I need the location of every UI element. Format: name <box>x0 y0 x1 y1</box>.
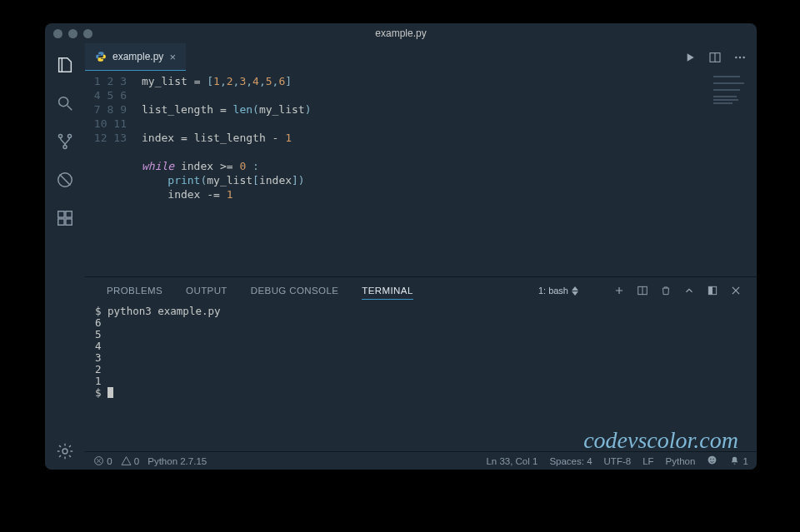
editor[interactable]: 1 2 3 4 5 6 7 8 9 10 11 12 13 my_list = … <box>85 71 757 276</box>
tab-close-icon[interactable]: × <box>169 51 176 63</box>
settings-gear-icon[interactable] <box>55 441 75 461</box>
minimize-window-icon[interactable] <box>68 29 78 38</box>
status-eol[interactable]: LF <box>642 456 653 466</box>
source-control-icon[interactable] <box>55 132 75 152</box>
line-number-gutter: 1 2 3 4 5 6 7 8 9 10 11 12 13 <box>85 71 138 276</box>
status-errors[interactable]: 0 <box>93 455 112 466</box>
svg-point-19 <box>711 459 712 460</box>
status-encoding[interactable]: UTF-8 <box>604 456 632 466</box>
terminal-content[interactable]: $ python3 example.py 6 5 4 3 2 1 $ codev… <box>85 304 757 451</box>
svg-point-20 <box>713 459 714 460</box>
svg-rect-7 <box>58 219 64 225</box>
split-editor-icon[interactable] <box>708 51 722 64</box>
svg-point-1 <box>58 135 62 138</box>
status-bar: 0 0 Python 2.7.15 Ln 33, Col 1 Spaces: 4… <box>85 451 757 470</box>
svg-rect-6 <box>66 211 72 217</box>
close-panel-icon[interactable] <box>730 285 742 296</box>
run-icon[interactable] <box>683 51 697 64</box>
svg-point-3 <box>63 145 67 148</box>
explorer-icon[interactable] <box>55 55 75 75</box>
python-file-icon <box>95 51 107 62</box>
svg-point-11 <box>735 56 737 57</box>
svg-rect-8 <box>66 219 72 225</box>
svg-point-0 <box>59 97 68 107</box>
close-window-icon[interactable] <box>53 29 62 38</box>
titlebar: example.py <box>45 23 757 43</box>
svg-rect-5 <box>58 211 64 217</box>
tab-terminal[interactable]: TERMINAL <box>362 282 412 300</box>
status-language-mode[interactable]: Python <box>666 456 696 466</box>
window-body: example.py × 1 2 3 4 5 6 7 8 9 10 11 12 … <box>45 43 757 470</box>
kill-terminal-icon[interactable] <box>660 285 672 296</box>
tab-filename: example.py <box>112 51 163 62</box>
svg-point-2 <box>68 135 71 138</box>
status-notifications[interactable]: 1 <box>729 455 748 466</box>
more-actions-icon[interactable] <box>733 51 747 64</box>
debug-icon[interactable] <box>55 170 75 190</box>
new-terminal-icon[interactable] <box>613 285 625 296</box>
svg-point-12 <box>739 56 741 57</box>
activity-bar <box>45 43 85 470</box>
minimap[interactable] <box>713 76 752 101</box>
svg-point-13 <box>742 56 744 57</box>
tab-bar: example.py × <box>85 43 757 71</box>
svg-rect-16 <box>708 286 712 294</box>
status-indentation[interactable]: Spaces: 4 <box>549 456 592 466</box>
status-warnings[interactable]: 0 <box>121 455 140 466</box>
maximize-panel-icon[interactable] <box>707 285 718 296</box>
status-cursor-position[interactable]: Ln 33, Col 1 <box>486 456 538 466</box>
tab-output[interactable]: OUTPUT <box>186 282 228 299</box>
split-terminal-icon[interactable] <box>637 285 648 296</box>
chevron-up-icon[interactable] <box>683 285 695 296</box>
watermark: codevscolor.com <box>583 435 738 446</box>
main-area: example.py × 1 2 3 4 5 6 7 8 9 10 11 12 … <box>85 43 757 470</box>
status-python-version[interactable]: Python 2.7.15 <box>148 456 207 466</box>
code-content[interactable]: my_list = [1,2,3,4,5,6] list_length = le… <box>138 71 757 276</box>
panel: PROBLEMS OUTPUT DEBUG CONSOLE TERMINAL 1… <box>85 276 757 451</box>
tab-example-py[interactable]: example.py × <box>85 43 186 71</box>
status-feedback-icon[interactable] <box>707 455 718 467</box>
terminal-cursor <box>108 387 113 398</box>
extensions-icon[interactable] <box>55 208 75 228</box>
panel-tabs: PROBLEMS OUTPUT DEBUG CONSOLE TERMINAL 1… <box>85 277 757 304</box>
search-icon[interactable] <box>55 93 75 113</box>
tab-problems[interactable]: PROBLEMS <box>107 282 162 299</box>
terminal-selector[interactable]: 1: bash <box>538 286 578 296</box>
tab-debug-console[interactable]: DEBUG CONSOLE <box>251 282 339 299</box>
vscode-window: example.py <box>45 23 757 470</box>
window-controls <box>53 29 92 38</box>
window-title: example.py <box>375 27 426 39</box>
svg-point-9 <box>62 449 68 454</box>
zoom-window-icon[interactable] <box>83 29 92 38</box>
svg-point-18 <box>708 456 717 465</box>
